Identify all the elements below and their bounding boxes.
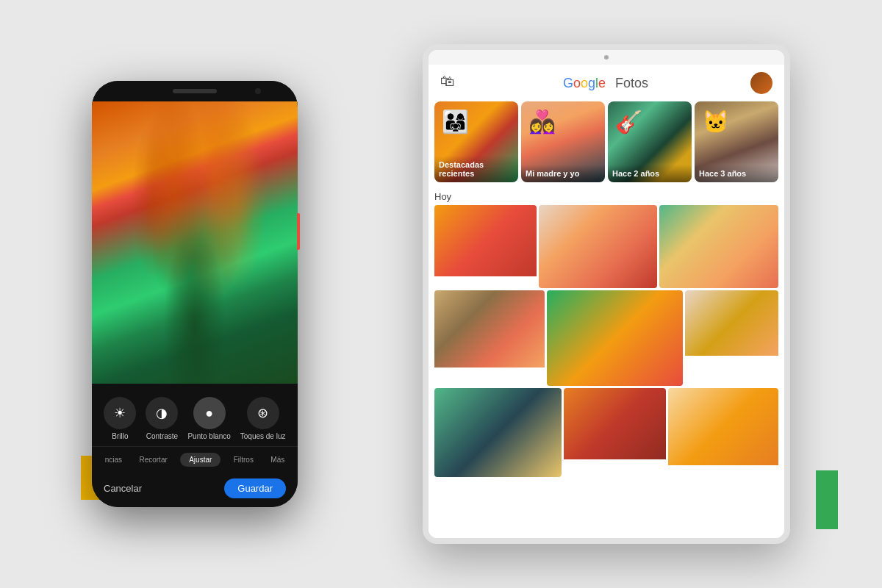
album-mi-madre-label: Mi madre y yo — [521, 165, 605, 182]
photo-5[interactable] — [547, 290, 683, 385]
mosaic-row-3 — [434, 388, 778, 477]
deco-green — [816, 470, 838, 529]
nav-mas[interactable]: Más — [266, 453, 289, 467]
fotos-label: Fotos — [615, 76, 648, 90]
toques-luz-label: Toques de luz — [240, 432, 286, 440]
shopping-bag-icon[interactable]: 🛍 — [440, 73, 461, 93]
phone-nav-row: ncias Recortar Ajustar Filtros Más — [92, 446, 298, 473]
phone-notch — [92, 81, 298, 101]
phone-body: ☀ Brillo ◑ Contraste ● Punto blanco ⊛ To… — [92, 81, 298, 507]
album-destacadas[interactable]: Destacadas recientes — [434, 101, 518, 182]
tablet-device: 🛍 Google Fotos Destacadas recientes Mi m… — [423, 44, 790, 544]
user-avatar[interactable] — [750, 72, 772, 94]
phone-tools-row: ☀ Brillo ◑ Contraste ● Punto blanco ⊛ To… — [92, 391, 298, 443]
nav-recortar[interactable]: Recortar — [135, 453, 171, 467]
nav-ajustar[interactable]: Ajustar — [180, 453, 220, 467]
tool-punto-blanco[interactable]: ● Punto blanco — [187, 397, 230, 440]
nav-filtros[interactable]: Filtros — [229, 453, 258, 467]
album-mi-madre[interactable]: Mi madre y yo — [521, 101, 605, 182]
album-hace-3[interactable]: Hace 3 años — [695, 101, 778, 182]
cancelar-button[interactable]: Cancelar — [104, 483, 142, 494]
album-destacadas-label: Destacadas recientes — [434, 156, 518, 182]
album-hace-3-label: Hace 3 años — [695, 165, 778, 182]
section-today-label: Hoy — [429, 188, 784, 205]
phone-edit-panel: ☀ Brillo ◑ Contraste ● Punto blanco ⊛ To… — [92, 384, 298, 507]
photo-8[interactable] — [564, 388, 666, 477]
main-scene: ☀ Brillo ◑ Contraste ● Punto blanco ⊛ To… — [0, 0, 882, 588]
phone-device: ☀ Brillo ◑ Contraste ● Punto blanco ⊛ To… — [92, 81, 298, 507]
phone-power-button — [297, 213, 300, 250]
photo-2[interactable] — [539, 205, 658, 288]
toques-luz-icon: ⊛ — [247, 397, 279, 429]
mosaic-row-2 — [434, 290, 778, 385]
photo-2-img — [539, 205, 658, 288]
tool-toques-luz[interactable]: ⊛ Toques de luz — [240, 397, 286, 440]
photo-1-img — [434, 205, 537, 276]
tool-contraste[interactable]: ◑ Contraste — [146, 397, 178, 440]
photo-5-img — [547, 290, 683, 385]
mosaic-row-1 — [434, 205, 778, 288]
punto-blanco-icon: ● — [193, 397, 226, 429]
photo-4[interactable] — [434, 290, 545, 385]
photo-3[interactable] — [659, 205, 778, 288]
photo-8-img — [564, 388, 666, 459]
punto-blanco-label: Punto blanco — [187, 432, 230, 440]
tablet-top-bar — [429, 50, 784, 65]
photo-9[interactable] — [668, 388, 778, 477]
photo-6[interactable] — [685, 290, 778, 385]
photos-mosaic — [429, 205, 784, 538]
photo-7-img — [434, 388, 562, 477]
brillo-label: Brillo — [112, 432, 128, 440]
photo-4-img — [434, 290, 545, 368]
photo-9-img — [668, 388, 778, 465]
tablet-camera — [604, 55, 609, 60]
contraste-label: Contraste — [146, 432, 178, 440]
photo-7[interactable] — [434, 388, 562, 477]
photo-1[interactable] — [434, 205, 537, 288]
album-hace-2-label: Hace 2 años — [608, 165, 692, 182]
album-hace-2[interactable]: Hace 2 años — [608, 101, 692, 182]
photo-6-img — [685, 290, 778, 356]
contraste-icon: ◑ — [146, 397, 178, 429]
google-photos-logo: Google Fotos — [563, 76, 648, 91]
brillo-icon: ☀ — [104, 397, 136, 429]
gp-header: 🛍 Google Fotos — [429, 65, 784, 101]
phone-speaker — [173, 89, 217, 93]
tool-brillo[interactable]: ☀ Brillo — [104, 397, 136, 440]
albums-grid: Destacadas recientes Mi madre y yo Hace … — [429, 101, 784, 188]
phone-front-camera — [255, 88, 261, 94]
tablet-body: 🛍 Google Fotos Destacadas recientes Mi m… — [423, 44, 790, 544]
photo-3-img — [659, 205, 778, 288]
guardar-button[interactable]: Guardar — [224, 478, 286, 498]
tablet-screen: 🛍 Google Fotos Destacadas recientes Mi m… — [429, 65, 784, 538]
phone-action-row: Cancelar Guardar — [92, 473, 298, 507]
nav-ncias[interactable]: ncias — [101, 453, 126, 467]
phone-screen — [92, 101, 298, 384]
phone-photo-display — [92, 101, 298, 384]
